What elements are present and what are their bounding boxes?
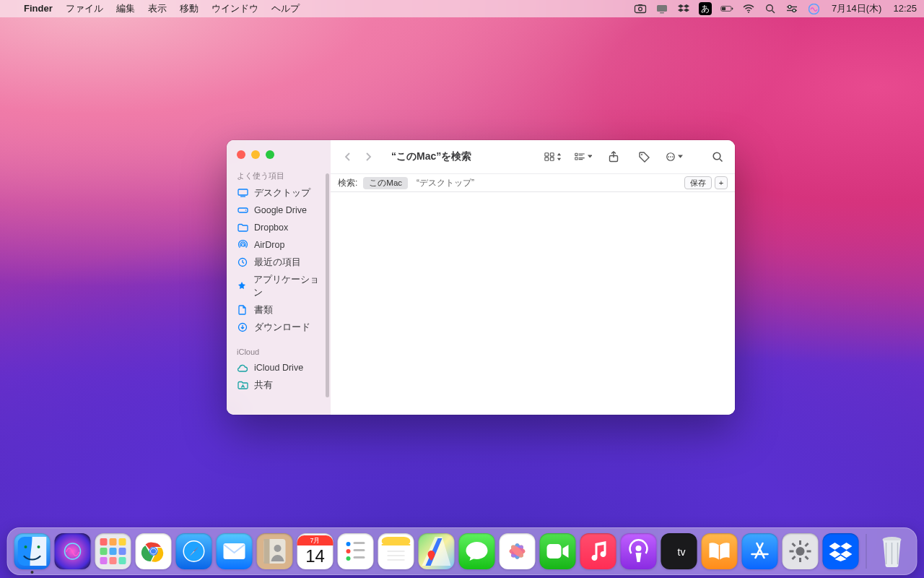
dock-app-finder[interactable] (14, 533, 51, 569)
menu-bar-time[interactable]: 12:25 (893, 0, 918, 17)
back-button[interactable] (339, 148, 357, 165)
sidebar-item-recents[interactable]: 最近の項目 (227, 254, 331, 271)
close-button[interactable] (237, 150, 245, 159)
dock-separator (866, 534, 867, 569)
sidebar-item-label: iCloud Drive (254, 361, 303, 374)
dock-app-safari[interactable] (176, 533, 212, 569)
app-menu[interactable]: Finder (17, 0, 59, 17)
search-button[interactable] (709, 148, 726, 165)
control-center-menu-icon[interactable] (785, 4, 798, 13)
dock-app-facetime[interactable] (540, 533, 576, 569)
svg-point-12 (788, 6, 791, 9)
sidebar-item-downloads[interactable]: ダウンロード (227, 319, 331, 336)
dock-app-mail[interactable] (217, 533, 253, 569)
search-scope-bar: 検索: このMac “デスクトップ” 保存 + (331, 173, 735, 192)
dock-app-music[interactable] (580, 533, 616, 569)
battery-menu-icon[interactable] (720, 4, 733, 13)
sidebar-item-label: 共有 (254, 379, 273, 392)
svg-rect-27 (550, 158, 554, 160)
sidebar-item-documents[interactable]: 書類 (227, 301, 331, 319)
view-mode-button[interactable] (544, 148, 562, 165)
sidebar-item-shared[interactable]: 共有 (227, 376, 331, 394)
group-by-button[interactable] (575, 148, 592, 165)
svg-point-55 (274, 545, 282, 552)
finder-content-area[interactable] (331, 192, 735, 415)
document-icon (237, 305, 248, 315)
share-button[interactable] (605, 148, 622, 165)
sidebar-item-dropbox[interactable]: Dropbox (227, 219, 331, 236)
dock-app-siri[interactable] (55, 533, 91, 569)
sidebar-item-label: Dropbox (254, 221, 288, 234)
dock-app-photos[interactable] (500, 533, 536, 569)
svg-rect-16 (238, 189, 248, 195)
forward-button[interactable] (359, 148, 377, 165)
sidebar-item-label: デスクトップ (254, 186, 310, 199)
menu-view[interactable]: 表示 (141, 0, 173, 17)
zoom-button[interactable] (266, 150, 274, 159)
svg-rect-6 (722, 7, 725, 11)
menu-go[interactable]: 移動 (173, 0, 205, 17)
dropbox-menu-icon[interactable] (677, 4, 690, 14)
dock-app-appstore[interactable] (742, 533, 778, 569)
svg-point-49 (151, 548, 156, 553)
sidebar-item-desktop[interactable]: デスクトップ (227, 184, 331, 202)
display-menu-icon[interactable] (655, 4, 668, 14)
menu-bar-date[interactable]: 7月14日(木) (829, 0, 884, 17)
dock: 7月 14 tv (7, 527, 918, 575)
svg-text:tv: tv (678, 546, 686, 558)
svg-rect-71 (547, 544, 562, 558)
menu-file[interactable]: ファイル (59, 0, 110, 17)
dock-app-launchpad[interactable] (95, 533, 131, 569)
input-source-menu[interactable]: あ (699, 2, 712, 15)
siri-menu-icon[interactable] (807, 4, 820, 14)
svg-point-19 (245, 210, 246, 211)
save-search-button[interactable]: 保存 (684, 176, 712, 189)
dock-app-dropbox[interactable] (823, 533, 859, 569)
calendar-month-label: 7月 (297, 535, 334, 545)
svg-line-41 (720, 159, 723, 162)
download-icon (237, 322, 248, 332)
dock-app-podcasts[interactable] (621, 533, 657, 569)
dock-trash[interactable] (874, 533, 910, 569)
menu-help[interactable]: ヘルプ (265, 0, 306, 17)
spotlight-menu-icon[interactable] (764, 4, 777, 14)
svg-line-80 (793, 543, 796, 546)
search-scope-desktop[interactable]: “デスクトップ” (414, 177, 477, 189)
svg-rect-4 (660, 12, 664, 14)
dock-app-notes[interactable] (378, 533, 414, 569)
add-criteria-button[interactable]: + (715, 176, 728, 189)
finder-toolbar: “このMac”を検索 (331, 140, 735, 173)
screenshot-menu-icon[interactable] (634, 4, 647, 14)
svg-point-14 (793, 9, 796, 12)
svg-point-43 (25, 545, 27, 548)
sidebar-item-airdrop[interactable]: AirDrop (227, 236, 331, 254)
airdrop-icon (237, 240, 248, 250)
svg-point-1 (639, 7, 642, 11)
sidebar-item-applications[interactable]: アプリケーション (227, 271, 331, 301)
minimize-button[interactable] (251, 150, 260, 159)
sidebar-scrollbar[interactable] (326, 173, 329, 397)
dock-app-tv[interactable]: tv (661, 533, 697, 569)
search-scope-thismac[interactable]: このMac (363, 177, 408, 189)
dock-app-calendar[interactable]: 7月 14 (297, 533, 334, 569)
dock-app-contacts[interactable] (257, 533, 293, 569)
svg-rect-26 (545, 158, 549, 160)
wifi-menu-icon[interactable] (742, 4, 755, 13)
svg-rect-24 (545, 153, 549, 156)
sidebar-item-googledrive[interactable]: Google Drive (227, 202, 331, 219)
dock-app-messages[interactable] (459, 533, 495, 569)
tags-button[interactable] (635, 148, 653, 165)
sidebar-item-iclouddrive[interactable]: iCloud Drive (227, 359, 331, 376)
svg-point-8 (748, 12, 749, 13)
dock-app-chrome[interactable] (136, 533, 172, 569)
svg-point-35 (641, 154, 642, 155)
action-button[interactable] (666, 148, 683, 165)
harddrive-icon (237, 206, 248, 215)
dock-app-books[interactable] (702, 533, 738, 569)
menu-edit[interactable]: 編集 (110, 0, 141, 17)
svg-point-20 (241, 243, 244, 246)
menu-window[interactable]: ウインドウ (205, 0, 265, 17)
dock-app-settings[interactable] (783, 533, 819, 569)
dock-app-maps[interactable] (419, 533, 455, 569)
dock-app-reminders[interactable] (338, 533, 374, 569)
